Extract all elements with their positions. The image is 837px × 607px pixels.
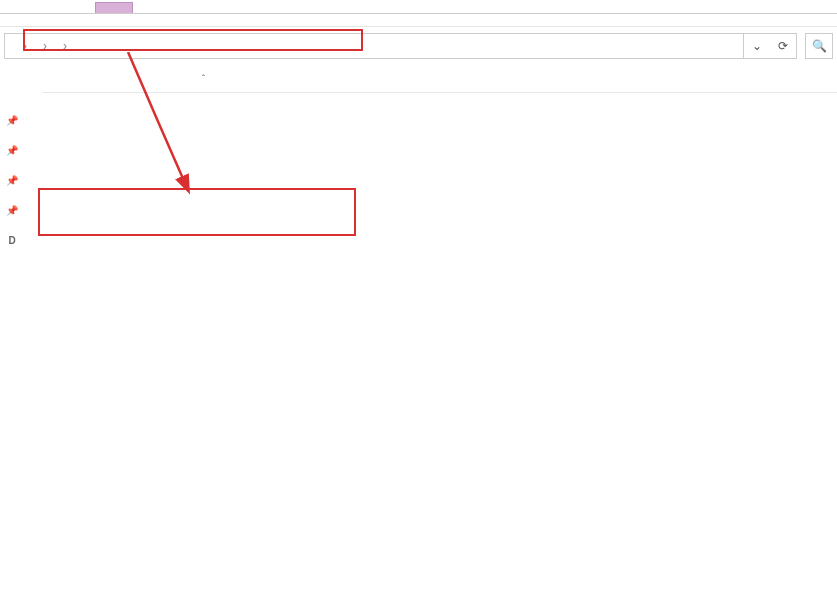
- tab-manage[interactable]: [95, 2, 133, 13]
- address-bar[interactable]: › › › ⌄ ⟳: [4, 33, 797, 59]
- pin-icon[interactable]: 📌: [5, 115, 19, 129]
- pin-icon[interactable]: 📌: [5, 145, 19, 159]
- pin-icon[interactable]: 📌: [5, 175, 19, 189]
- search-input[interactable]: 🔍: [805, 33, 833, 59]
- tab-share[interactable]: [0, 14, 28, 26]
- chevron-right-icon: ›: [39, 39, 51, 53]
- chevron-right-icon: ›: [19, 39, 31, 53]
- view-tabs: [0, 14, 837, 27]
- tab-app-tools[interactable]: [56, 14, 84, 26]
- breadcrumb[interactable]: › › ›: [5, 39, 743, 53]
- drive-letter: D: [5, 235, 19, 249]
- file-panel: ˆ: [24, 69, 837, 265]
- chevron-right-icon: ›: [59, 39, 71, 53]
- ribbon-tabs: [0, 2, 837, 14]
- quick-access-pins: 📌 📌 📌 📌 D: [0, 69, 24, 265]
- tab-context-label: [145, 3, 181, 13]
- tab-view[interactable]: [28, 14, 56, 26]
- sort-indicator-icon: ˆ: [202, 73, 205, 83]
- dropdown-history-icon[interactable]: ⌄: [744, 34, 770, 58]
- refresh-icon[interactable]: ⟳: [770, 34, 796, 58]
- column-headers: ˆ: [42, 69, 837, 93]
- content-area: 📌 📌 📌 📌 D ˆ: [0, 69, 837, 265]
- search-icon: 🔍: [812, 39, 827, 53]
- pin-icon[interactable]: 📌: [5, 205, 19, 219]
